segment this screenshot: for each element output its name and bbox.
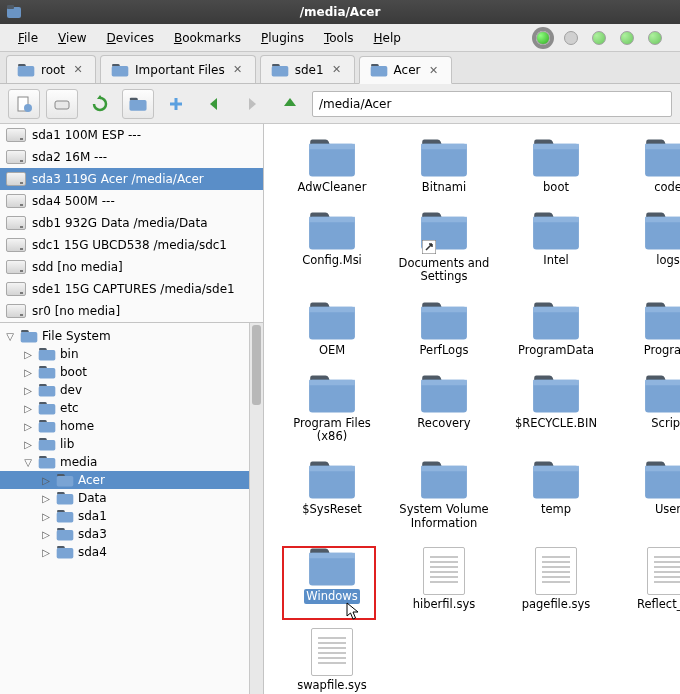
tree-item-sda3[interactable]: ▷sda3	[0, 525, 263, 543]
folder-item[interactable]: Intel	[506, 211, 606, 284]
folder-item[interactable]: PerfLogs	[394, 301, 494, 358]
folder-item[interactable]: ProgramData	[506, 301, 606, 358]
tree-item-media[interactable]: ▽media	[0, 453, 263, 471]
folder-item[interactable]: Program	[618, 301, 680, 358]
folder-icon	[644, 211, 680, 251]
close-icon[interactable]	[330, 63, 344, 77]
up-icon[interactable]	[274, 89, 306, 119]
menu-help[interactable]: Help	[364, 27, 411, 49]
file-item[interactable]: swapfile.sys	[282, 628, 382, 693]
folder-item[interactable]: boot	[506, 138, 606, 195]
folder-item[interactable]: Documents and Settings	[394, 211, 494, 284]
address-input[interactable]	[319, 97, 665, 111]
status-dot[interactable]	[620, 31, 634, 45]
menu-tools[interactable]: Tools	[314, 27, 364, 49]
new-icon-button[interactable]	[8, 89, 40, 119]
open-folder-button[interactable]	[122, 89, 154, 119]
device-item[interactable]: sda4 500M ---	[0, 190, 263, 212]
expander-icon[interactable]: ▷	[22, 439, 34, 450]
tree-label: media	[60, 455, 97, 469]
back-icon[interactable]	[198, 89, 230, 119]
file-item[interactable]: hiberfil.sys	[394, 547, 494, 612]
device-item[interactable]: sr0 [no media]	[0, 300, 263, 322]
drive-button[interactable]	[46, 89, 78, 119]
folder-item[interactable]: Recovery	[394, 374, 494, 444]
folder-item[interactable]: Script	[618, 374, 680, 444]
menu-file[interactable]: File	[8, 27, 48, 49]
tree-item-sda4[interactable]: ▷sda4	[0, 543, 263, 561]
device-item[interactable]: sdd [no media]	[0, 256, 263, 278]
device-item[interactable]: sdb1 932G Data /media/Data	[0, 212, 263, 234]
folder-item[interactable]: Windows	[282, 547, 382, 612]
tree-item-lib[interactable]: ▷lib	[0, 435, 263, 453]
tree-item-home[interactable]: ▷home	[0, 417, 263, 435]
device-item[interactable]: sda2 16M ---	[0, 146, 263, 168]
folder-item[interactable]: Program Files (x86)	[282, 374, 382, 444]
expander-icon[interactable]: ▽	[22, 457, 34, 468]
folder-item[interactable]: User	[618, 460, 680, 530]
status-dot-active[interactable]	[536, 31, 550, 45]
folder-item[interactable]: Bitnami	[394, 138, 494, 195]
tree-item-etc[interactable]: ▷etc	[0, 399, 263, 417]
close-icon[interactable]	[427, 63, 441, 77]
tab-acer[interactable]: Acer	[359, 56, 452, 84]
folder-item[interactable]: $RECYCLE.BIN	[506, 374, 606, 444]
add-icon[interactable]	[160, 89, 192, 119]
device-item[interactable]: sde1 15G CAPTURES /media/sde1	[0, 278, 263, 300]
file-item[interactable]: pagefile.sys	[506, 547, 606, 612]
tab-root[interactable]: root	[6, 55, 96, 83]
expander-icon[interactable]: ▷	[22, 367, 34, 378]
tree-item-sda1[interactable]: ▷sda1	[0, 507, 263, 525]
device-item[interactable]: sdc1 15G UBCD538 /media/sdc1	[0, 234, 263, 256]
menu-devices[interactable]: Devices	[97, 27, 164, 49]
device-item[interactable]: sda3 119G Acer /media/Acer	[0, 168, 263, 190]
file-item[interactable]: Reflect_Ins	[618, 547, 680, 612]
refresh-icon[interactable]	[84, 89, 116, 119]
folder-item[interactable]: logs	[618, 211, 680, 284]
folder-item[interactable]: Config.Msi	[282, 211, 382, 284]
folder-item[interactable]: $SysReset	[282, 460, 382, 530]
tree-item-acer[interactable]: ▷Acer	[0, 471, 263, 489]
item-label: boot	[541, 180, 571, 195]
tree-item-bin[interactable]: ▷bin	[0, 345, 263, 363]
expander-icon[interactable]: ▷	[40, 511, 52, 522]
expander-icon[interactable]: ▷	[40, 529, 52, 540]
folder-item[interactable]: AdwCleaner	[282, 138, 382, 195]
status-dot[interactable]	[564, 31, 578, 45]
folder-icon	[308, 211, 356, 251]
drive-icon	[6, 216, 26, 230]
expander-icon[interactable]: ▽	[4, 331, 16, 342]
close-icon[interactable]	[71, 63, 85, 77]
device-item[interactable]: sda1 100M ESP ---	[0, 124, 263, 146]
item-label: Script	[649, 416, 680, 431]
menu-view[interactable]: View	[48, 27, 96, 49]
tree-item-dev[interactable]: ▷dev	[0, 381, 263, 399]
folder-item[interactable]: System Volume Information	[394, 460, 494, 530]
menu-plugins[interactable]: Plugins	[251, 27, 314, 49]
expander-icon[interactable]: ▷	[22, 421, 34, 432]
expander-icon[interactable]: ▷	[40, 493, 52, 504]
tab-sde1[interactable]: sde1	[260, 55, 355, 83]
device-list: sda1 100M ESP ---sda2 16M ---sda3 119G A…	[0, 124, 263, 323]
folder-item[interactable]: code	[618, 138, 680, 195]
tree-scrollbar[interactable]	[249, 323, 263, 694]
expander-icon[interactable]: ▷	[22, 385, 34, 396]
expander-icon[interactable]: ▷	[40, 547, 52, 558]
folder-icon	[38, 365, 56, 379]
tree-root[interactable]: ▽File System	[0, 327, 263, 345]
folder-item[interactable]: OEM	[282, 301, 382, 358]
expander-icon[interactable]: ▷	[22, 349, 34, 360]
menu-bookmarks[interactable]: Bookmarks	[164, 27, 251, 49]
expander-icon[interactable]: ▷	[22, 403, 34, 414]
status-dot[interactable]	[592, 31, 606, 45]
status-dot[interactable]	[648, 31, 662, 45]
expander-icon[interactable]: ▷	[40, 475, 52, 486]
file-view[interactable]: AdwCleanerBitnamibootcodeConfig.MsiDocum…	[264, 124, 680, 694]
forward-icon[interactable]	[236, 89, 268, 119]
folder-item[interactable]: temp	[506, 460, 606, 530]
address-bar[interactable]	[312, 91, 672, 117]
close-icon[interactable]	[231, 63, 245, 77]
tree-item-data[interactable]: ▷Data	[0, 489, 263, 507]
tab-important-files[interactable]: Important Files	[100, 55, 256, 83]
tree-item-boot[interactable]: ▷boot	[0, 363, 263, 381]
